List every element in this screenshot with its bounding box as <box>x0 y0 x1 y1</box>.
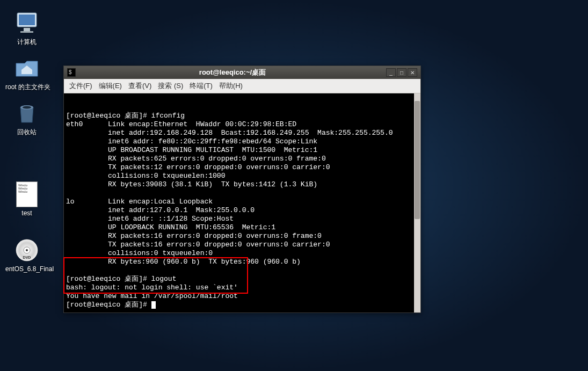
terminal-line: [root@leeqico 桌面]# ifconfig <box>66 112 418 120</box>
svg-rect-2 <box>24 28 30 31</box>
desktop-icon-label: 回收站 <box>5 128 48 137</box>
terminal-window[interactable]: $ root@leeqico:~/桌面 _ □ ✕ 文件(F)编辑(E)查看(V… <box>63 66 421 313</box>
window-titlebar[interactable]: $ root@leeqico:~/桌面 _ □ ✕ <box>64 66 420 79</box>
minimize-button[interactable]: _ <box>386 68 396 77</box>
dvd-icon: DVD <box>14 237 40 263</box>
terminal-line <box>66 266 418 275</box>
terminal-line: UP LOOPBACK RUNNING MTU:65536 Metric:1 <box>66 223 418 232</box>
menu-item[interactable]: 编辑(E) <box>97 80 124 92</box>
computer-icon <box>14 10 40 35</box>
terminal-line: TX packets:12 errors:0 dropped:0 overrun… <box>66 163 418 172</box>
window-title: root@leeqico:~/桌面 <box>79 68 386 77</box>
terminal-line: inet addr:127.0.0.1 Mask:255.0.0.0 <box>66 206 418 215</box>
svg-point-5 <box>23 106 31 109</box>
svg-rect-1 <box>19 14 35 25</box>
terminal-line: [root@leeqico 桌面]# logout <box>66 275 418 283</box>
close-button[interactable]: ✕ <box>408 68 417 77</box>
svg-point-9 <box>26 249 28 251</box>
terminal-line: collisions:0 txqueuelen:1000 <box>66 172 418 180</box>
scrollbar-thumb[interactable] <box>415 101 420 219</box>
terminal-line: RX packets:16 errors:0 dropped:0 overrun… <box>66 232 418 241</box>
terminal-line: [root@leeqico 桌面]# <box>66 301 418 309</box>
terminal-cursor <box>151 301 156 309</box>
menu-item[interactable]: 帮助(H) <box>217 80 245 92</box>
terminal-line: You have new mail in /var/spool/mail/roo… <box>66 292 418 301</box>
terminal-line: inet6 addr: ::1/128 Scope:Host <box>66 215 418 223</box>
desktop-icon-label: entOS_6.8_Final <box>5 265 48 273</box>
menu-item[interactable]: 文件(F) <box>67 80 95 92</box>
terminal-line: eth0 Link encap:Ethernet HWaddr 00:0C:29… <box>66 120 418 129</box>
desktop-icon-label: root 的主文件夹 <box>5 83 48 92</box>
terminal-menubar: 文件(F)编辑(E)查看(V)搜索 (S)终端(T)帮助(H) <box>64 79 420 93</box>
terminal-line <box>66 189 418 198</box>
menu-item[interactable]: 终端(T) <box>187 80 215 92</box>
menu-item[interactable]: 查看(V) <box>126 80 154 92</box>
desktop-icon-trash[interactable]: 回收站 <box>5 100 48 137</box>
terminal-line: collisions:0 txqueuelen:0 <box>66 249 418 258</box>
terminal-line: RX bytes:960 (960.0 b) TX bytes:960 (960… <box>66 258 418 266</box>
menu-item[interactable]: 搜索 (S) <box>156 80 185 92</box>
terminal-line: inet addr:192.168.249.128 Bcast:192.168.… <box>66 129 418 137</box>
terminal-output[interactable]: [root@leeqico 桌面]# ifconfigeth0 Link enc… <box>64 93 420 312</box>
desktop-icon-label: test <box>5 209 48 217</box>
terminal-line: inet6 addr: fe80::20c:29ff:fe98:ebed/64 … <box>66 137 418 146</box>
desktop-icon-home[interactable]: root 的主文件夹 <box>5 55 48 92</box>
terminal-line: TX packets:16 errors:0 dropped:0 overrun… <box>66 241 418 249</box>
maximize-button[interactable]: □ <box>397 68 406 77</box>
terminal-icon: $ <box>67 68 76 77</box>
desktop-icon-label: 计算机 <box>5 38 48 47</box>
svg-text:$: $ <box>69 69 72 75</box>
svg-rect-3 <box>20 31 33 33</box>
terminal-scrollbar[interactable] <box>414 93 420 312</box>
trash-icon <box>14 100 40 126</box>
desktop-icon-file[interactable]: Windo Windo Windotest <box>5 181 48 217</box>
svg-text:DVD: DVD <box>23 256 31 259</box>
terminal-line: UP BROADCAST RUNNING MULTICAST MTU:1500 … <box>66 146 418 155</box>
terminal-line: RX packets:625 errors:0 dropped:0 overru… <box>66 155 418 163</box>
file-icon: Windo Windo Windo <box>14 181 40 207</box>
terminal-line: lo Link encap:Local Loopback <box>66 198 418 206</box>
desktop-icon-computer[interactable]: 计算机 <box>5 10 48 47</box>
terminal-line: RX bytes:39083 (38.1 KiB) TX bytes:1412 … <box>66 180 418 189</box>
desktop-icon-dvd[interactable]: DVDentOS_6.8_Final <box>5 237 48 273</box>
terminal-line: bash: logout: not login shell: use `exit… <box>66 283 418 292</box>
home-icon <box>14 55 40 81</box>
